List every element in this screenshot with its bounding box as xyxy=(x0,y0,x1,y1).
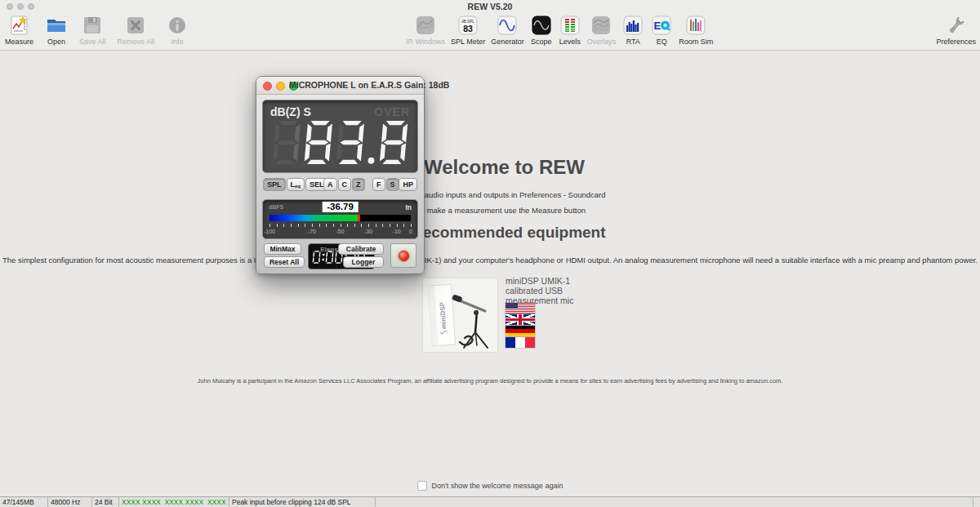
record-led-icon xyxy=(399,251,408,260)
spl-button-group: HP xyxy=(399,178,417,191)
dont-show-again-checkbox[interactable] xyxy=(417,481,427,491)
over-indicator: OVER xyxy=(374,105,410,118)
toolbar-left-group: MeasureOpenSave AllRemove AllInfo xyxy=(5,14,189,46)
spl-button-leq[interactable]: Leq xyxy=(287,178,305,191)
welcome-line-1: Set the audio inputs and outputs in Pref… xyxy=(398,190,606,199)
amazon-disclosure-text: John Mulcahy is a participant in the Ama… xyxy=(0,377,980,385)
flag-de-icon[interactable] xyxy=(506,326,535,336)
toolbar-item-label: Save All xyxy=(79,38,106,46)
toolbar-item-eq[interactable]: EEQ xyxy=(650,14,673,46)
meter-tick-label: 0 xyxy=(409,229,412,234)
rta-icon xyxy=(621,14,644,37)
toolbar-item-ir-windows: IR Windows xyxy=(406,14,445,46)
toolbar-item-rta[interactable]: RTA xyxy=(621,14,644,46)
toolbar-item-label: SPL Meter xyxy=(451,38,485,46)
spl-mode-buttons: SPLLeqSELACZFSHP xyxy=(262,178,418,193)
overlays-icon xyxy=(590,14,612,37)
toolbar-item-info: Info xyxy=(166,14,189,46)
remove-all-icon xyxy=(124,14,147,37)
sample-rate: 48000 Hz xyxy=(48,497,92,507)
meter-tick-label: -30 xyxy=(364,229,372,234)
spl-titlebar[interactable]: MICROPHONE L on E.A.R.S Gain: 18dB xyxy=(256,77,424,95)
bit-depth: 24 Bit xyxy=(92,497,119,507)
spl-meter-window[interactable]: MICROPHONE L on E.A.R.S Gain: 18dB dB(Z)… xyxy=(256,76,425,274)
calibrate-button[interactable]: Calibrate xyxy=(338,243,384,255)
caption-line: calibrated USB xyxy=(506,286,573,296)
eq-icon: E xyxy=(650,14,673,37)
toolbar-item-label: IR Windows xyxy=(406,38,445,46)
welcome-checkbox-row: Don't show the welcome message again xyxy=(0,481,980,491)
measure-icon xyxy=(8,14,31,37)
toolbar-item-overlays: Overlays xyxy=(587,14,617,46)
toolbar-item-spl-meter[interactable]: dB SPL83SPL Meter xyxy=(451,14,485,46)
toolbar-item-save-all: Save All xyxy=(79,14,106,46)
welcome-heading: Welcome to REW xyxy=(424,156,585,179)
toolbar-item-label: Room Sim xyxy=(679,38,713,46)
toolbar-right-group: Preferences xyxy=(936,14,976,46)
level-meter-lit-segment xyxy=(270,215,359,221)
input-level-meter: dBFS -36.79 In -100-70-50-30-100 xyxy=(262,199,418,239)
open-icon xyxy=(45,14,68,37)
spl-button-spl[interactable]: SPL xyxy=(263,178,286,191)
meter-scale-labels: -100-70-50-30-100 xyxy=(270,229,411,235)
toolbar-item-label: Levels xyxy=(559,38,581,46)
levels-icon xyxy=(559,14,581,37)
product-caption: miniDSP UMIK-1 calibrated USB measuremen… xyxy=(506,276,573,305)
caption-line: miniDSP UMIK-1 xyxy=(506,276,573,286)
generator-icon xyxy=(496,14,519,37)
spl-button-s[interactable]: S xyxy=(386,178,399,191)
toolbar-item-generator[interactable]: Generator xyxy=(491,14,524,46)
toolbar-center-group: IR WindowsdB SPL83SPL MeterGeneratorScop… xyxy=(406,14,713,46)
spl-button-z[interactable]: Z xyxy=(352,178,365,191)
spl-window-title: MICROPHONE L on E.A.R.S Gain: 18dB xyxy=(289,80,421,90)
toolbar-item-measure[interactable]: Measure xyxy=(5,14,33,46)
peak-input-status: Peak input before clipping 124 dB SPL xyxy=(229,497,376,507)
flag-gb-icon[interactable] xyxy=(506,314,535,325)
reset-all-button[interactable]: Reset All xyxy=(264,256,305,268)
spl-button-f[interactable]: F xyxy=(372,178,385,191)
flag-us-icon[interactable] xyxy=(506,303,535,314)
status-bar-filler xyxy=(376,497,973,507)
welcome-page: Welcome to REW Set the audio inputs and … xyxy=(0,50,980,496)
status-bar: 47/145MB 48000 Hz 24 Bit XXXX XXXX XXXX … xyxy=(0,496,980,507)
preferences-icon xyxy=(945,14,968,37)
spl-mode-label: dB(Z) S xyxy=(270,105,311,118)
logger-button[interactable]: Logger xyxy=(343,256,384,268)
level-meter-bar xyxy=(270,215,411,221)
meter-tick-label: -100 xyxy=(264,229,275,234)
dbfs-label: dBFS xyxy=(269,204,283,210)
minmax-button[interactable]: MinMax xyxy=(264,243,301,255)
toolbar-item-open[interactable]: Open xyxy=(45,14,68,46)
meter-tick-label: -10 xyxy=(393,229,401,234)
channel-status: XXXX XXXX XXXX XXXX XXXX XXXX xyxy=(119,497,229,507)
spl-reading-display: dB(Z) S OVER xyxy=(262,100,418,173)
svg-text:E: E xyxy=(654,20,662,32)
welcome-line-2: To make a measurement use the Measure bu… xyxy=(416,206,586,215)
dont-show-again-label: Don't show the welcome message again xyxy=(432,482,564,490)
ir-windows-icon xyxy=(414,14,437,37)
spl-button-c[interactable]: C xyxy=(338,178,352,191)
spl-controls: MinMax Reset All Elapsed Time Calibrate … xyxy=(262,243,418,270)
recommended-equipment-heading: Recommended equipment xyxy=(412,224,606,242)
minimize-icon[interactable] xyxy=(276,82,285,91)
record-button[interactable] xyxy=(390,243,416,268)
room-sim-icon xyxy=(684,14,707,37)
meter-tick-label: -50 xyxy=(336,229,344,234)
flag-fr-icon[interactable] xyxy=(506,337,535,348)
close-icon[interactable] xyxy=(263,82,272,91)
toolbar-item-levels[interactable]: Levels xyxy=(559,14,581,46)
spl-button-a[interactable]: A xyxy=(323,178,337,191)
toolbar-item-scope[interactable]: Scope xyxy=(530,14,553,46)
toolbar-item-preferences[interactable]: Preferences xyxy=(936,14,976,46)
toolbar-item-label: RTA xyxy=(626,38,640,46)
toolbar-item-label: Info xyxy=(172,38,184,46)
umik-product-image: miniDSP xyxy=(422,278,498,353)
input-label: In xyxy=(405,203,412,211)
spl-button-hp[interactable]: HP xyxy=(399,178,417,191)
toolbar-item-room-sim[interactable]: Room Sim xyxy=(679,14,713,46)
toolbar: MeasureOpenSave AllRemove AllInfo IR Win… xyxy=(0,11,980,51)
store-flag-links xyxy=(506,303,535,349)
toolbar-item-label: Open xyxy=(47,38,65,46)
toolbar-item-remove-all: Remove All xyxy=(118,14,155,46)
memory-usage: 47/145MB xyxy=(0,497,48,507)
